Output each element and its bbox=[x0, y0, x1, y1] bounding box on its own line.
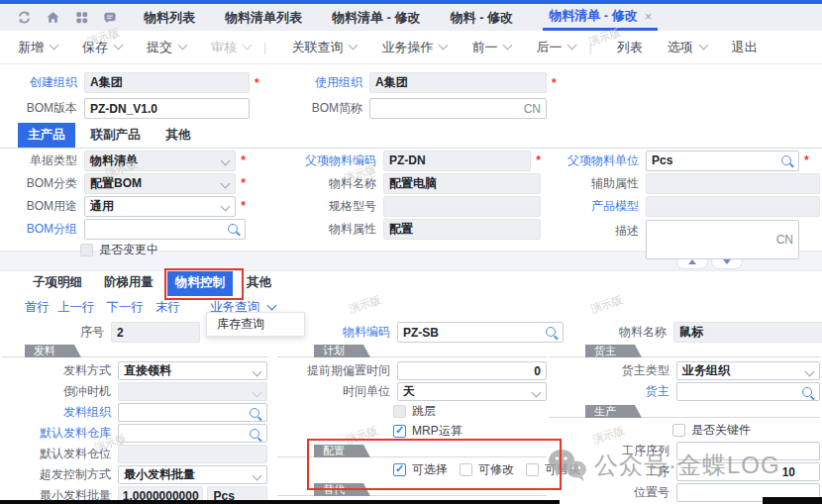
modifiable-checkbox[interactable] bbox=[460, 463, 472, 476]
list-button[interactable]: 列表 bbox=[617, 39, 643, 56]
parent-unit-lookup[interactable]: Pcs bbox=[646, 151, 799, 171]
submit-button[interactable]: 提交 bbox=[147, 39, 186, 56]
operation-value: 10 bbox=[782, 465, 795, 479]
selectable-checkbox[interactable]: ✓ bbox=[393, 463, 406, 476]
related-query-button[interactable]: 关联查询 bbox=[291, 39, 357, 56]
lead-offset-input[interactable]: 0 bbox=[397, 361, 547, 380]
sync-icon[interactable] bbox=[16, 10, 32, 26]
bom-group-lookup[interactable] bbox=[84, 219, 246, 240]
seq-field[interactable]: 2 bbox=[111, 322, 200, 343]
save-button[interactable]: 保存 bbox=[82, 39, 122, 56]
chevron-down-icon[interactable] bbox=[532, 388, 542, 398]
tab-other-bottom[interactable]: 其他 bbox=[239, 269, 279, 296]
close-icon[interactable]: × bbox=[645, 9, 653, 24]
chevron-down-icon[interactable] bbox=[221, 178, 231, 188]
next-row-link[interactable]: 下一行 bbox=[107, 299, 145, 316]
doc-type-select[interactable]: 物料清单 bbox=[84, 151, 236, 171]
chevron-down-icon[interactable] bbox=[221, 155, 231, 165]
tab-main-product[interactable]: 主产品 bbox=[18, 123, 75, 148]
prev-row-link[interactable]: 上一行 bbox=[57, 299, 95, 316]
search-icon[interactable] bbox=[781, 155, 791, 165]
material-code-value: PZ-SB bbox=[403, 326, 439, 340]
tab-co-product[interactable]: 联副产品 bbox=[81, 123, 151, 148]
material-code-lookup[interactable]: PZ-SB bbox=[397, 322, 564, 343]
default-warehouse-lookup[interactable] bbox=[118, 424, 267, 443]
parent-code-field[interactable]: PZ-DN bbox=[383, 151, 531, 171]
search-icon[interactable] bbox=[802, 387, 812, 397]
bom-category-select[interactable]: 配置BOM bbox=[84, 173, 236, 194]
chevron-down-icon[interactable] bbox=[267, 300, 277, 310]
next-button[interactable]: 后一 bbox=[536, 39, 575, 56]
chevron-down-icon[interactable] bbox=[253, 471, 262, 481]
time-unit-select[interactable]: 天 bbox=[397, 382, 547, 401]
tab-material-list[interactable]: 物料列表 bbox=[144, 4, 195, 31]
issue-org-lookup[interactable] bbox=[118, 403, 267, 422]
exit-label: 退出 bbox=[732, 39, 758, 56]
over-issue-select[interactable]: 最小发料批量 bbox=[118, 465, 267, 484]
bom-usage-row: BOM用途 通用 * bbox=[2, 197, 246, 215]
chevron-down-icon[interactable] bbox=[805, 367, 815, 377]
tab-bom-edit-1[interactable]: 物料清单 - 修改 bbox=[332, 4, 421, 31]
grid-icon[interactable] bbox=[73, 10, 89, 26]
bom-usage-select[interactable]: 通用 bbox=[84, 196, 236, 217]
product-model-field[interactable] bbox=[646, 196, 820, 217]
default-location-field[interactable] bbox=[118, 445, 267, 463]
tab-ladder-usage[interactable]: 阶梯用量 bbox=[96, 269, 161, 296]
use-org-value: A集团 bbox=[375, 74, 408, 91]
search-icon[interactable] bbox=[250, 429, 259, 439]
chevron-down-icon bbox=[178, 41, 188, 50]
business-operation-button[interactable]: 业务操作 bbox=[381, 39, 447, 56]
bom-version-input[interactable]: PZ-DN_V1.0 bbox=[84, 98, 250, 119]
chevron-down-icon[interactable] bbox=[221, 201, 231, 211]
skip-level-checkbox[interactable] bbox=[393, 405, 406, 418]
tab-bom-edit-active[interactable]: 物料清单 - 修改 × bbox=[543, 4, 658, 31]
mrp-checkbox[interactable]: ✓ bbox=[393, 425, 406, 438]
issue-method-label: 发料方式 bbox=[2, 362, 118, 379]
seq-label: 序号 bbox=[2, 324, 111, 341]
issue-method-select[interactable]: 直接领料 bbox=[118, 361, 267, 380]
spec-field[interactable] bbox=[383, 196, 541, 217]
issue-section-row: 发料 bbox=[2, 344, 267, 357]
previous-button[interactable]: 前一 bbox=[471, 39, 511, 56]
op-sequence-input[interactable] bbox=[676, 442, 820, 460]
search-icon[interactable] bbox=[228, 224, 238, 234]
operation-input[interactable]: 10 bbox=[676, 462, 820, 481]
owner-type-select[interactable]: 业务组织 bbox=[676, 361, 820, 380]
detail-material-name-field[interactable]: 鼠标 bbox=[673, 322, 822, 343]
owner-column: 货主 货主类型 业务组织 货主 生产 是否关键件 工序序列 工序 10 bbox=[549, 344, 820, 504]
description-textarea[interactable]: CN bbox=[646, 220, 799, 259]
skip-level-label: 跳层 bbox=[412, 403, 436, 420]
bom-group-row: BOM分组 bbox=[2, 220, 246, 238]
use-org-field[interactable]: A集团 bbox=[369, 72, 547, 93]
is-changing-checkbox[interactable] bbox=[80, 244, 93, 256]
key-part-checkbox[interactable] bbox=[672, 424, 685, 437]
options-button[interactable]: 选项 bbox=[668, 39, 707, 56]
owner-lookup[interactable] bbox=[676, 382, 820, 401]
home-icon[interactable] bbox=[45, 10, 60, 26]
search-icon[interactable] bbox=[250, 408, 259, 418]
material-name-field[interactable]: 配置电脑 bbox=[383, 173, 541, 194]
tab-label: 物料 - 修改 bbox=[451, 9, 514, 27]
tab-material-edit[interactable]: 物料 - 修改 bbox=[451, 4, 514, 31]
replaceable-checkbox[interactable] bbox=[526, 463, 539, 476]
bom-abbr-input[interactable]: CN bbox=[369, 98, 547, 119]
issue-org-row: 发料组织 bbox=[2, 404, 267, 421]
chat-icon[interactable] bbox=[102, 10, 118, 26]
last-row-link[interactable]: 末行 bbox=[155, 299, 180, 316]
attr-field[interactable]: 配置 bbox=[383, 219, 541, 240]
tab-child-detail[interactable]: 子项明细 bbox=[25, 269, 90, 296]
backflush-select[interactable] bbox=[118, 382, 267, 401]
parent-code-label: 父项物料编码 bbox=[295, 152, 383, 169]
new-button[interactable]: 新增 bbox=[18, 39, 57, 56]
bom-group-label: BOM分组 bbox=[2, 221, 84, 238]
menu-item-inventory-query[interactable]: 库存查询 bbox=[217, 316, 264, 333]
chevron-down-icon[interactable] bbox=[253, 367, 262, 377]
create-org-field[interactable]: A集团 bbox=[84, 72, 250, 93]
first-row-link[interactable]: 首行 bbox=[25, 299, 50, 316]
tab-other-top[interactable]: 其他 bbox=[156, 123, 201, 148]
aux-attr-field[interactable] bbox=[646, 173, 820, 194]
tab-bom-list[interactable]: 物料清单列表 bbox=[225, 4, 302, 31]
tab-material-control[interactable]: 物料控制 bbox=[167, 269, 233, 296]
exit-button[interactable]: 退出 bbox=[732, 39, 758, 56]
audit-label: 审核 bbox=[211, 39, 237, 56]
